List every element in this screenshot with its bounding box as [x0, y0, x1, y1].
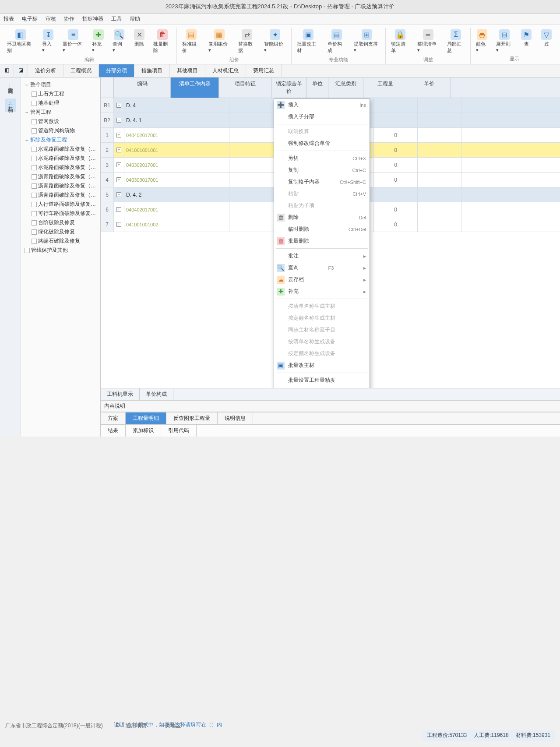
- ctx-插入[interactable]: ➕插入Ins: [274, 99, 370, 111]
- subtab-措施项目[interactable]: 措施项目: [134, 64, 170, 77]
- ribbon: ◧环卫地区类别↧导入 ▾≡量价一体 ▾✚补充 ▾🔍查询 ▾✕删除🗑批量删除编辑▤…: [0, 25, 560, 64]
- subtab-费用汇总[interactable]: 费用汇总: [246, 64, 282, 77]
- pin-tab-icon[interactable]: ◪: [14, 64, 28, 77]
- tree-管线保护及其他[interactable]: 管线保护及其他: [23, 246, 99, 255]
- ctx-插入子分部[interactable]: 插入子分部: [274, 111, 370, 123]
- bottomtab-单价构成[interactable]: 单价构成: [140, 388, 173, 400]
- ctx-复制格子内容[interactable]: 复制格子内容Ctrl+Shift+C: [274, 176, 370, 188]
- ctx-补充[interactable]: ✚补充▸: [274, 285, 370, 297]
- filter-btn[interactable]: ▽过: [537, 28, 556, 55]
- tree-水泥路面破除及修复（…[interactable]: 水泥路面破除及修复（…: [23, 144, 99, 154]
- tree-沥青路面破除及修复（…[interactable]: 沥青路面破除及修复（…: [23, 190, 99, 200]
- tree-整个项目[interactable]: −整个项目: [23, 80, 99, 89]
- detailtab-说明信息[interactable]: 说明信息: [218, 412, 253, 424]
- region-btn[interactable]: ◧环卫地区类别: [4, 28, 38, 56]
- detailtab-工程量明细[interactable]: 工程量明细: [126, 412, 166, 424]
- color-btn[interactable]: ◓颜色 ▾: [472, 28, 492, 55]
- replacedata-btn-icon: ⇄: [242, 29, 252, 40]
- tree-沥青路面破除及修复（…[interactable]: 沥青路面破除及修复（…: [23, 172, 99, 181]
- ctx-批量改主材[interactable]: ▣批量改主材: [274, 359, 370, 371]
- extract-btn[interactable]: ⊞提取钢支撑 ▾: [350, 28, 384, 56]
- tree-绿化破除及修复[interactable]: 绿化破除及修复: [23, 227, 99, 236]
- gridcol-单价[interactable]: 单价: [407, 78, 451, 98]
- gridcol-row[interactable]: [101, 78, 114, 98]
- ctx-强制修改综合单价[interactable]: 强制修改综合单价: [274, 137, 370, 149]
- subtab-其他项目[interactable]: 其他项目: [170, 64, 205, 77]
- menu-协作[interactable]: 协作: [64, 15, 74, 23]
- ctx-复制[interactable]: 复制Ctrl+C: [274, 164, 370, 176]
- menu-帮助[interactable]: 帮助: [130, 15, 140, 23]
- query-btn[interactable]: 🔍查询 ▾: [109, 28, 129, 56]
- ctx-临时删除[interactable]: 临时删除Ctrl+Del: [274, 223, 370, 235]
- tree-地基处理[interactable]: 地基处理: [23, 99, 99, 108]
- doc-icon: [32, 156, 37, 161]
- gridcol-锁定综合单价[interactable]: 锁定综合单价: [271, 78, 306, 98]
- delete-btn[interactable]: ✕删除: [130, 28, 149, 56]
- menu-工具[interactable]: 工具: [111, 15, 122, 23]
- gridcol-编码[interactable]: 编码: [114, 78, 171, 98]
- subtab-人材机汇总[interactable]: 人材机汇总: [205, 64, 246, 77]
- cleanlist-btn[interactable]: ≣整理清单 ▾: [414, 28, 443, 56]
- reuseprice-btn[interactable]: ▦复用组价 ▾: [205, 28, 234, 56]
- menu-指标神器[interactable]: 指标神器: [82, 15, 103, 23]
- subtab-分部分项[interactable]: 分部分项: [99, 64, 134, 77]
- expand-btn[interactable]: ⊟展开到 ▾: [493, 28, 516, 55]
- bureau-btn[interactable]: Σ局部汇总: [444, 28, 468, 56]
- subtab-工程概况[interactable]: 工程概况: [63, 64, 99, 77]
- gridcol-工程量[interactable]: 工程量: [363, 78, 407, 98]
- tree-水泥路面破除及修复（…[interactable]: 水泥路面破除及修复（…: [23, 154, 99, 163]
- batchdel-btn[interactable]: 🗑批量删除: [150, 28, 175, 56]
- ctx-删除[interactable]: 🗑删除Del: [274, 211, 370, 223]
- detailsub-结果[interactable]: 结果: [101, 425, 126, 437]
- smartprice-btn[interactable]: ✦智能组价 ▾: [261, 28, 289, 56]
- ctx-剪切[interactable]: 剪切Ctrl+X: [274, 152, 370, 164]
- menu-审核[interactable]: 审核: [46, 15, 56, 23]
- stdprice-btn[interactable]: ▤标准组价: [179, 28, 204, 56]
- ctx-按清单名称生成设备: 按清单名称生成设备: [274, 336, 370, 348]
- tree-沥青路面破除及修复（…[interactable]: 沥青路面破除及修复（…: [23, 181, 99, 190]
- gridcol-清单工作内容[interactable]: 清单工作内容: [171, 78, 219, 98]
- subtab-造价分析[interactable]: 造价分析: [28, 64, 63, 77]
- tree-台阶破除及修复[interactable]: 台阶破除及修复: [23, 218, 99, 227]
- menu-电子标[interactable]: 电子标: [22, 15, 38, 23]
- tree-管道附属构筑物[interactable]: 管道附属构筑物: [23, 126, 99, 135]
- detailtab-方案[interactable]: 方案: [101, 412, 126, 424]
- ctx-云存档[interactable]: ☁云存档▸: [274, 274, 370, 285]
- query-btn-icon: 🔍: [114, 29, 124, 40]
- tree-可行车路面破除及修复…[interactable]: 可行车路面破除及修复…: [23, 209, 99, 218]
- detail-tabs: 方案工程量明细反查图形工程量说明信息: [101, 412, 560, 424]
- tree-水泥路面破除及修复（…[interactable]: 水泥路面破除及修复（…: [23, 163, 99, 172]
- tree-路缘石破除及修复[interactable]: 路缘石破除及修复: [23, 236, 99, 246]
- filetab-系统完善…[interactable]: 系统完善…: [5, 80, 16, 92]
- collapse-tab-icon[interactable]: ◧: [0, 64, 14, 77]
- detailsub-累加标识[interactable]: 累加标识: [126, 425, 161, 437]
- detailtab-反查图形工程量[interactable]: 反查图形工程量: [166, 412, 218, 424]
- gridcol-汇总类别[interactable]: 汇总类别: [328, 78, 363, 98]
- locklist-btn[interactable]: 🔒锁定清单: [387, 28, 412, 56]
- gridcol-项目特征[interactable]: 项目特征: [219, 78, 271, 98]
- ctx-icon: 🗑: [277, 214, 285, 222]
- menu-报表[interactable]: 报表: [4, 15, 14, 23]
- price-btn[interactable]: ≡量价一体 ▾: [59, 28, 88, 56]
- tree-土石方工程[interactable]: 土石方工程: [23, 89, 99, 99]
- replacedata-btn[interactable]: ⇄替换数据: [235, 28, 260, 56]
- ctx-批注[interactable]: 批注▸: [274, 250, 370, 262]
- ctx-页面显示列设置[interactable]: 页面显示列设置: [274, 386, 370, 388]
- unitcomp-btn[interactable]: ▤单价构成: [324, 28, 349, 56]
- tree-管网工程[interactable]: −管网工程: [23, 108, 99, 117]
- ctx-批量删除[interactable]: 🗑批量删除: [274, 235, 370, 247]
- gridcol-单位[interactable]: 单位: [306, 78, 328, 98]
- ctx-查询[interactable]: 🔍查询F3▸: [274, 262, 370, 274]
- tree-拆除及修复工程[interactable]: −拆除及修复工程: [23, 135, 99, 144]
- filetab-一村·二功…[interactable]: 一村·二功…: [5, 99, 16, 112]
- find-btn[interactable]: ⚑查: [517, 28, 536, 55]
- bottomtab-工料机显示[interactable]: 工料机显示: [101, 388, 140, 400]
- tree-管网敷设[interactable]: 管网敷设: [23, 117, 99, 126]
- supplement-btn[interactable]: ✚补充 ▾: [88, 28, 108, 56]
- ctx-批量设置工程量精度[interactable]: 批量设置工程量精度: [274, 374, 370, 386]
- import-btn[interactable]: ↧导入 ▾: [39, 28, 58, 56]
- project-tree: −整个项目土石方工程地基处理−管网工程管网敷设管道附属构筑物−拆除及修复工程水泥…: [21, 78, 100, 437]
- batchmat-btn[interactable]: ▣批量改主材: [293, 28, 323, 56]
- tree-人行道路面破除及修复…[interactable]: 人行道路面破除及修复…: [23, 200, 99, 209]
- detailsub-引用代码[interactable]: 引用代码: [161, 425, 197, 437]
